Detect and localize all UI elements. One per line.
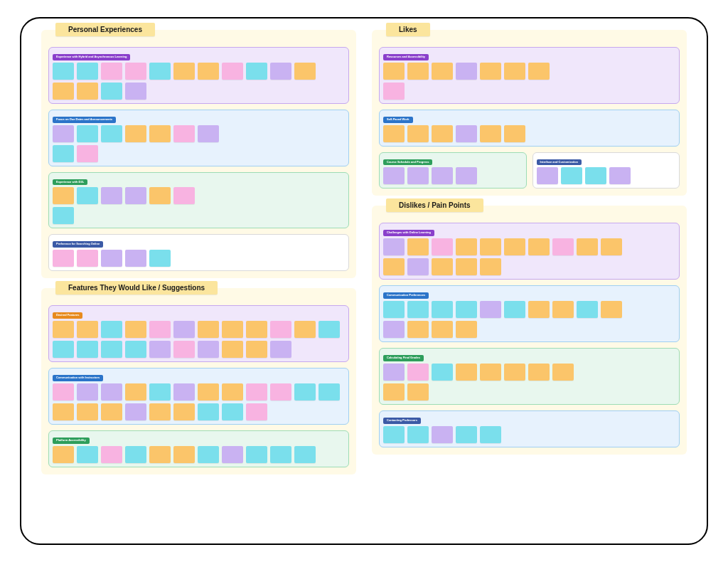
cluster-label[interactable]: Preference for Searching Online — [53, 241, 103, 248]
sticky-note[interactable] — [270, 383, 291, 401]
sticky-note[interactable] — [173, 403, 195, 420]
sticky-note[interactable] — [53, 63, 74, 80]
sticky-note[interactable] — [77, 63, 98, 80]
sticky-note[interactable] — [407, 364, 429, 381]
sticky-note[interactable] — [528, 301, 550, 318]
sticky-note[interactable] — [222, 63, 243, 80]
sticky-note[interactable] — [504, 63, 525, 80]
sticky-note[interactable] — [407, 426, 429, 443]
sticky-note[interactable] — [246, 341, 267, 358]
sticky-note[interactable] — [77, 383, 98, 401]
sticky-note[interactable] — [77, 83, 98, 100]
cluster-label[interactable]: Desired Features — [53, 312, 82, 319]
sticky-note[interactable] — [125, 250, 146, 267]
sticky-note[interactable] — [407, 258, 429, 275]
sticky-note[interactable] — [383, 167, 405, 184]
sticky-note[interactable] — [432, 167, 453, 184]
cluster[interactable]: Focus on Due Dates and Announcements — [48, 110, 349, 166]
sticky-note[interactable] — [577, 238, 598, 255]
sticky-note[interactable] — [53, 446, 74, 463]
sticky-note[interactable] — [125, 125, 146, 142]
sticky-note[interactable] — [407, 301, 429, 318]
sticky-note[interactable] — [53, 187, 74, 204]
sticky-note[interactable] — [528, 63, 550, 80]
cluster[interactable]: Course Schedule and Progress — [379, 152, 527, 189]
sticky-note[interactable] — [456, 258, 477, 275]
cluster[interactable]: Interface and Customization — [532, 152, 680, 189]
sticky-note[interactable] — [504, 301, 525, 318]
sticky-note[interactable] — [456, 125, 477, 142]
cluster-label[interactable]: Challenges with Online Learning — [383, 230, 434, 236]
cluster-label[interactable]: Resources and Accessibility — [383, 54, 429, 60]
sticky-note[interactable] — [383, 258, 405, 275]
sticky-note[interactable] — [246, 383, 267, 401]
sticky-note[interactable] — [480, 238, 501, 255]
sticky-note[interactable] — [53, 403, 74, 420]
sticky-note[interactable] — [577, 301, 598, 318]
sticky-note[interactable] — [77, 403, 98, 420]
sticky-note[interactable] — [125, 63, 146, 80]
cluster[interactable]: Communication Preferences — [379, 285, 680, 342]
sticky-note[interactable] — [53, 250, 74, 267]
sticky-note[interactable] — [125, 446, 146, 463]
sticky-note[interactable] — [101, 250, 122, 267]
sticky-note[interactable] — [222, 383, 243, 401]
sticky-note[interactable] — [537, 167, 558, 184]
sticky-note[interactable] — [173, 446, 195, 463]
sticky-note[interactable] — [528, 364, 550, 381]
sticky-note[interactable] — [77, 321, 98, 338]
sticky-note[interactable] — [149, 321, 171, 338]
sticky-note[interactable] — [77, 125, 98, 142]
sticky-note[interactable] — [149, 403, 171, 420]
sticky-note[interactable] — [432, 321, 453, 338]
sticky-note[interactable] — [246, 403, 267, 420]
sticky-note[interactable] — [270, 63, 291, 80]
cluster-label[interactable]: Communication with Instructors — [53, 375, 103, 381]
cluster-label[interactable]: Platform Accessibility — [53, 438, 90, 444]
sticky-note[interactable] — [383, 63, 405, 80]
sticky-note[interactable] — [53, 341, 74, 358]
sticky-note[interactable] — [383, 364, 405, 381]
sticky-note[interactable] — [407, 63, 429, 80]
sticky-note[interactable] — [53, 145, 74, 162]
cluster-label[interactable]: Self-Paced Work — [383, 117, 413, 123]
sticky-note[interactable] — [198, 383, 219, 401]
sticky-note[interactable] — [456, 364, 477, 381]
sticky-note[interactable] — [456, 321, 477, 338]
sticky-note[interactable] — [246, 446, 267, 463]
sticky-note[interactable] — [432, 364, 453, 381]
sticky-note[interactable] — [77, 250, 98, 267]
sticky-note[interactable] — [480, 426, 501, 443]
sticky-note[interactable] — [125, 403, 146, 420]
sticky-note[interactable] — [601, 238, 622, 255]
sticky-note[interactable] — [504, 125, 525, 142]
sticky-note[interactable] — [456, 301, 477, 318]
sticky-note[interactable] — [480, 63, 501, 80]
sticky-note[interactable] — [407, 167, 429, 184]
sticky-note[interactable] — [77, 145, 98, 162]
cluster[interactable]: Desired Features — [48, 305, 349, 362]
sticky-note[interactable] — [173, 383, 195, 401]
sticky-note[interactable] — [173, 341, 195, 358]
sticky-note[interactable] — [480, 258, 501, 275]
sticky-note[interactable] — [198, 341, 219, 358]
sticky-note[interactable] — [456, 63, 477, 80]
sticky-note[interactable] — [198, 321, 219, 338]
sticky-note[interactable] — [383, 83, 405, 100]
cluster-label[interactable]: Course Schedule and Progress — [383, 159, 432, 166]
sticky-note[interactable] — [383, 426, 405, 443]
sticky-note[interactable] — [173, 321, 195, 338]
cluster[interactable]: Experience with D2L — [48, 172, 349, 229]
cluster-label[interactable]: Communication Preferences — [383, 292, 429, 299]
sticky-note[interactable] — [198, 125, 219, 142]
cluster[interactable]: Challenges with Online Learning — [379, 223, 680, 280]
sticky-note[interactable] — [383, 238, 405, 255]
sticky-note[interactable] — [246, 321, 267, 338]
sticky-note[interactable] — [222, 321, 243, 338]
sticky-note[interactable] — [432, 426, 453, 443]
sticky-note[interactable] — [294, 446, 316, 463]
cluster[interactable]: Experience with Hybrid and Asynchronous … — [48, 47, 349, 104]
sticky-note[interactable] — [270, 446, 291, 463]
cluster[interactable]: Self-Paced Work — [379, 110, 680, 147]
sticky-note[interactable] — [383, 321, 405, 338]
